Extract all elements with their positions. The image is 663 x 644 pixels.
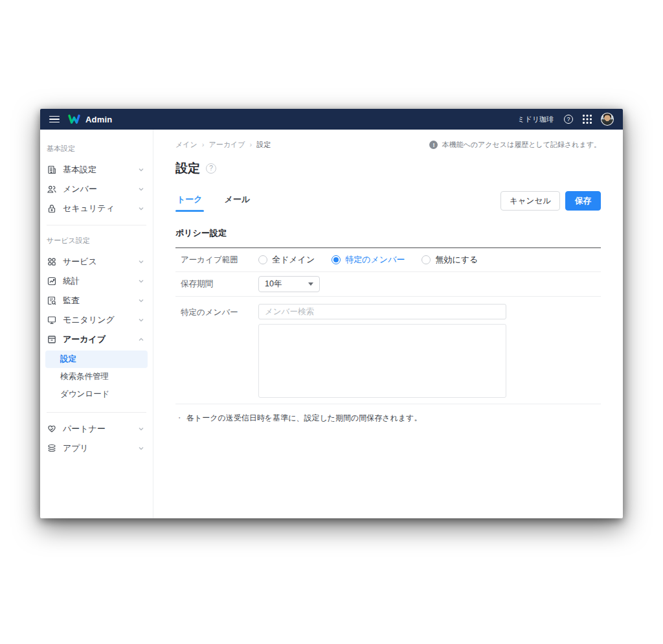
- sidebar-item-label: メンバー: [63, 183, 97, 195]
- tab-label: トーク: [177, 194, 203, 204]
- retention-period-row: 保存期間 10年: [175, 272, 601, 297]
- sidebar-item-label: アーカイブ: [63, 334, 106, 345]
- row-label: 特定のメンバー: [181, 304, 258, 318]
- sidebar-item-label: サービス: [63, 256, 97, 268]
- access-log-notice: 本機能へのアクセスは履歴として記録されます。: [429, 140, 601, 150]
- chevron-down-icon: [137, 185, 145, 193]
- sidebar-subitem-label: ダウンロード: [60, 389, 109, 400]
- radio-unchecked-icon: [258, 255, 267, 264]
- sidebar-item-label: セキュリティ: [63, 203, 115, 214]
- radio-label: 特定のメンバー: [345, 254, 405, 266]
- select-value: 10年: [265, 279, 282, 290]
- page-title: 設定: [175, 160, 200, 177]
- main-content: メイン アーカイブ 設定 本機能へのアクセスは履歴として記録されます。 設定 ト…: [153, 130, 623, 518]
- hamburger-icon[interactable]: [49, 116, 60, 123]
- apps-icon: [47, 443, 57, 454]
- notice-text: 本機能へのアクセスは履歴として記録されます。: [442, 140, 601, 150]
- admin-window: Admin ミドリ珈琲 基本設定 基本設定: [40, 109, 623, 518]
- sidebar-item-archive[interactable]: アーカイブ: [40, 330, 153, 349]
- retention-select[interactable]: 10年: [258, 276, 320, 292]
- sidebar-item-monitoring[interactable]: モニタリング: [40, 310, 153, 330]
- sidebar-item-label: パートナー: [63, 423, 106, 435]
- breadcrumb-item-main[interactable]: メイン: [175, 140, 197, 150]
- sidebar-item-members[interactable]: メンバー: [40, 179, 153, 199]
- tab-talk[interactable]: トーク: [175, 190, 204, 212]
- sidebar-subitem-download[interactable]: ダウンロード: [45, 385, 148, 403]
- monitoring-icon: [47, 315, 57, 325]
- archive-icon: [47, 334, 57, 345]
- member-list-box: [258, 324, 506, 398]
- save-button[interactable]: 保存: [565, 191, 601, 211]
- services-icon: [47, 257, 57, 267]
- row-label: 保存期間: [181, 279, 258, 290]
- breadcrumb: メイン アーカイブ 設定: [175, 140, 271, 150]
- archive-scope-row: アーカイブ範囲 全ドメイン 特定のメンバー 無効にする: [175, 248, 601, 272]
- row-label: アーカイブ範囲: [181, 255, 258, 266]
- radio-specific-members[interactable]: 特定のメンバー: [332, 254, 405, 266]
- sidebar: 基本設定 基本設定 メンバー: [40, 130, 153, 518]
- cancel-button[interactable]: キャンセル: [500, 191, 560, 211]
- chevron-up-icon: [137, 336, 145, 343]
- sidebar-section-label: 基本設定: [40, 140, 153, 160]
- footnote-bullet: ・: [175, 413, 183, 424]
- tab-label: メール: [225, 194, 251, 204]
- radio-checked-icon: [332, 255, 341, 264]
- chevron-down-icon: [137, 277, 145, 285]
- chevron-down-icon: [137, 297, 145, 305]
- radio-label: 無効にする: [435, 254, 478, 266]
- avatar[interactable]: [601, 113, 614, 126]
- specific-members-row: 特定のメンバー: [175, 297, 601, 404]
- breadcrumb-item-archive[interactable]: アーカイブ: [197, 140, 245, 150]
- audit-icon: [47, 295, 57, 306]
- tab-bar: トーク メール: [175, 190, 251, 212]
- chevron-down-icon: [137, 166, 145, 174]
- members-icon: [47, 184, 57, 194]
- chevron-down-icon: [137, 444, 145, 452]
- radio-all-domains[interactable]: 全ドメイン: [258, 254, 315, 266]
- divider: [47, 412, 146, 413]
- sidebar-section-label: サービス設定: [40, 232, 153, 252]
- sidebar-item-label: モニタリング: [63, 314, 115, 326]
- sidebar-item-partner[interactable]: パートナー: [40, 419, 153, 439]
- lineworks-logo: [68, 114, 80, 124]
- divider: [47, 225, 146, 225]
- sidebar-item-basic-settings[interactable]: 基本設定: [40, 160, 153, 179]
- app-name: Admin: [85, 115, 112, 124]
- caret-down-icon: [308, 282, 313, 286]
- stats-icon: [47, 276, 57, 286]
- lock-icon: [47, 203, 57, 214]
- footnote: ・ 各トークの送受信日時を基準に、設定した期間の間保存されます。: [175, 413, 601, 424]
- app-grid-icon[interactable]: [583, 115, 592, 124]
- partner-icon: [47, 424, 57, 434]
- radio-label: 全ドメイン: [272, 254, 315, 266]
- archive-submenu: 設定 検索条件管理 ダウンロード: [40, 349, 153, 406]
- chevron-down-icon: [137, 205, 145, 213]
- sidebar-item-security[interactable]: セキュリティ: [40, 199, 153, 218]
- member-search-input[interactable]: [258, 304, 506, 319]
- chevron-down-icon: [137, 316, 145, 324]
- sidebar-item-apps[interactable]: アプリ: [40, 439, 153, 458]
- top-bar: Admin ミドリ珈琲: [40, 109, 623, 130]
- sidebar-item-services[interactable]: サービス: [40, 252, 153, 271]
- sidebar-item-statistics[interactable]: 統計: [40, 271, 153, 291]
- radio-disable[interactable]: 無効にする: [421, 254, 478, 266]
- sidebar-item-label: 基本設定: [63, 164, 96, 176]
- help-icon[interactable]: [206, 163, 216, 174]
- policy-section-title: ポリシー設定: [175, 227, 601, 239]
- info-icon: [429, 141, 438, 149]
- org-name: ミドリ珈琲: [517, 115, 554, 124]
- policy-table: アーカイブ範囲 全ドメイン 特定のメンバー 無効にする: [175, 247, 601, 404]
- tab-mail[interactable]: メール: [223, 190, 252, 212]
- sidebar-item-label: 監査: [63, 295, 80, 306]
- building-icon: [47, 165, 57, 175]
- help-icon[interactable]: [564, 115, 573, 124]
- sidebar-subitem-label: 検索条件管理: [60, 371, 109, 382]
- sidebar-subitem-settings[interactable]: 設定: [45, 351, 148, 368]
- sidebar-item-audit[interactable]: 監査: [40, 291, 153, 310]
- chevron-down-icon: [137, 258, 145, 266]
- radio-unchecked-icon: [421, 255, 431, 264]
- sidebar-subitem-search-condition[interactable]: 検索条件管理: [45, 368, 148, 385]
- sidebar-subitem-label: 設定: [60, 354, 76, 365]
- breadcrumb-item-settings: 設定: [245, 140, 271, 150]
- footnote-text: 各トークの送受信日時を基準に、設定した期間の間保存されます。: [186, 413, 421, 424]
